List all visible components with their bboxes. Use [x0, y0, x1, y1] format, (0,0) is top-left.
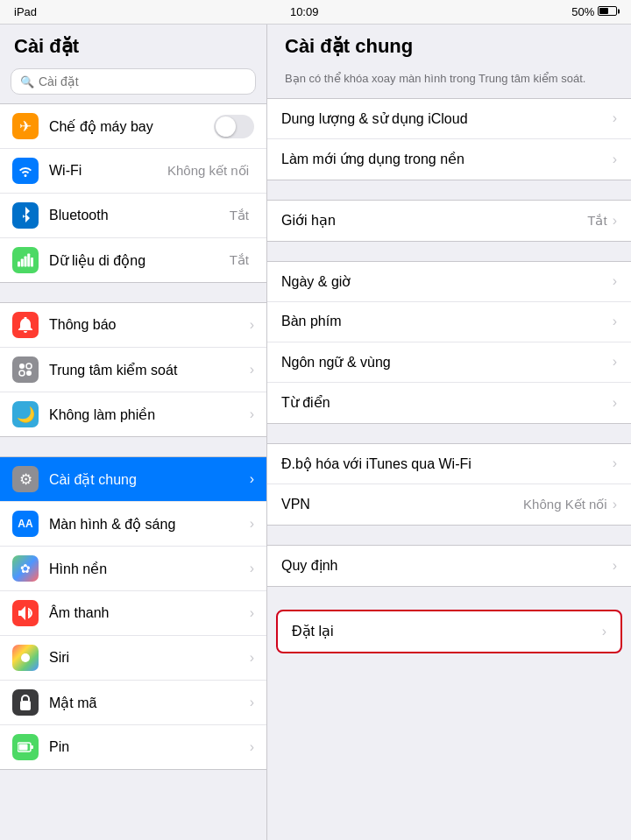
chevron-icon: ›	[250, 605, 254, 621]
siri-icon	[12, 645, 39, 671]
sidebar-section-3: ⚙ Cài đặt chung › AA Màn hình & độ sáng …	[0, 456, 266, 770]
sidebar-item-label: Không làm phiền	[49, 406, 246, 423]
status-time: 10:09	[290, 5, 319, 18]
dat-lai-container: Đặt lại ›	[276, 610, 622, 653]
chevron-icon: ›	[613, 395, 617, 411]
bluetooth-icon	[12, 202, 39, 229]
passcode-icon	[12, 689, 39, 716]
sidebar-item-passcode[interactable]: Mật mã ›	[0, 681, 266, 725]
status-bar: iPad 10:09 50%	[0, 0, 631, 25]
chevron-icon: ›	[250, 406, 254, 422]
sidebar-item-label: Hình nền	[49, 561, 246, 577]
settings-item-icloud-storage[interactable]: Dung lượng & sử dụng iCloud ›	[267, 99, 631, 139]
settings-item-label: Đ.bộ hóa với iTunes qua Wi-Fi	[281, 455, 613, 472]
sidebar-section-2: Thông báo › Trung tâm kiểm soát › 🌙 Khôn…	[0, 302, 266, 437]
settings-item-label: Bàn phím	[281, 314, 613, 329]
status-battery: 50%	[571, 5, 617, 18]
svg-point-7	[19, 371, 25, 376]
sidebar-item-general[interactable]: ⚙ Cài đặt chung ›	[0, 457, 266, 502]
settings-group-5: Quy định ›	[267, 545, 631, 587]
settings-item-label: Ngôn ngữ & vùng	[281, 354, 613, 371]
dnd-icon: 🌙	[12, 401, 39, 427]
settings-item-background-refresh[interactable]: Làm mới ứng dụng trong nền ›	[267, 139, 631, 180]
chevron-icon: ›	[250, 695, 254, 710]
sidebar-item-label: Bluetooth	[49, 208, 230, 223]
airplane-icon: ✈	[12, 113, 39, 139]
search-bar[interactable]: 🔍	[11, 68, 256, 95]
svg-point-11	[25, 704, 27, 707]
sidebar-item-bluetooth[interactable]: Bluetooth Tắt	[0, 194, 266, 238]
chevron-icon: ›	[613, 314, 617, 329]
settings-item-reset[interactable]: Đặt lại ›	[278, 611, 620, 652]
chevron-icon: ›	[613, 213, 617, 229]
bluetooth-status: Tắt	[230, 208, 249, 223]
sidebar-item-wallpaper[interactable]: ✿ Hình nền ›	[0, 547, 266, 591]
status-device: iPad	[14, 5, 37, 18]
sidebar-item-cellular[interactable]: Dữ liệu di động Tắt	[0, 238, 266, 282]
sidebar-item-label: Chế độ máy bay	[49, 118, 207, 135]
right-panel: Cài đặt chung Bạn có thể khóa xoay màn h…	[267, 25, 631, 840]
settings-group-1: Dung lượng & sử dụng iCloud › Làm mới ứn…	[267, 98, 631, 180]
settings-group-3: Ngày & giờ › Bàn phím › Ngôn ngữ & vùng …	[267, 261, 631, 424]
sidebar-item-airplane[interactable]: ✈ Chế độ máy bay	[0, 104, 266, 149]
cellular-status: Tắt	[230, 252, 249, 268]
airplane-toggle[interactable]	[214, 115, 254, 138]
restrictions-value: Tắt	[587, 213, 606, 229]
chevron-icon: ›	[250, 561, 254, 576]
settings-item-label: Từ điển	[281, 394, 613, 411]
svg-rect-14	[19, 745, 28, 751]
svg-point-9	[21, 653, 30, 662]
sidebar-item-notifications[interactable]: Thông báo ›	[0, 303, 266, 348]
sidebar-item-battery[interactable]: Pin ›	[0, 725, 266, 769]
cellular-icon	[12, 247, 39, 273]
settings-item-itunes-sync[interactable]: Đ.bộ hóa với iTunes qua Wi-Fi ›	[267, 444, 631, 484]
search-input[interactable]	[39, 74, 246, 88]
sidebar-title: Cài đặt	[0, 25, 266, 65]
general-icon: ⚙	[12, 466, 39, 492]
settings-item-datetime[interactable]: Ngày & giờ ›	[267, 262, 631, 302]
settings-item-language[interactable]: Ngôn ngữ & vùng ›	[267, 342, 631, 383]
settings-group-4: Đ.bộ hóa với iTunes qua Wi-Fi › VPN Khôn…	[267, 443, 631, 526]
sidebar-item-label: Màn hình & độ sáng	[49, 516, 246, 533]
chevron-icon: ›	[613, 152, 617, 167]
svg-rect-4	[31, 258, 33, 267]
chevron-icon: ›	[613, 354, 617, 370]
sidebar-item-label: Dữ liệu di động	[49, 252, 230, 269]
main-content: Cài đặt 🔍 ✈ Chế độ máy bay Wi-Fi Không k…	[0, 25, 631, 840]
svg-rect-0	[18, 262, 20, 267]
sidebar-item-label: Pin	[49, 739, 246, 755]
chevron-icon: ›	[602, 624, 606, 639]
settings-item-regulations[interactable]: Quy định ›	[267, 546, 631, 586]
wifi-status: Không kết nối	[167, 163, 249, 179]
chevron-icon: ›	[250, 471, 254, 487]
settings-item-keyboard[interactable]: Bàn phím ›	[267, 302, 631, 342]
svg-point-5	[19, 364, 25, 369]
sidebar-item-dnd[interactable]: 🌙 Không làm phiền ›	[0, 392, 266, 436]
sounds-icon	[12, 600, 39, 626]
sidebar-item-wifi[interactable]: Wi-Fi Không kết nối	[0, 149, 266, 194]
chevron-icon: ›	[250, 739, 254, 755]
svg-rect-2	[25, 257, 27, 267]
wallpaper-icon: ✿	[12, 555, 39, 582]
wifi-icon	[12, 158, 39, 184]
notifications-icon	[12, 312, 39, 338]
settings-item-vpn[interactable]: VPN Không Kết nối ›	[267, 484, 631, 525]
settings-item-label: Quy định	[281, 557, 613, 574]
sidebar-item-controlcenter[interactable]: Trung tâm kiểm soát ›	[0, 348, 266, 392]
controlcenter-icon	[12, 356, 39, 383]
svg-point-8	[26, 371, 32, 376]
svg-rect-13	[31, 745, 33, 749]
svg-rect-3	[27, 254, 30, 267]
settings-item-restrictions[interactable]: Giới hạn Tắt ›	[267, 201, 631, 241]
search-icon: 🔍	[20, 75, 34, 88]
settings-item-dictionary[interactable]: Từ điển ›	[267, 383, 631, 423]
sidebar-item-label: Cài đặt chung	[49, 471, 246, 488]
sidebar-item-display[interactable]: AA Màn hình & độ sáng ›	[0, 502, 266, 547]
sidebar-item-sounds[interactable]: Âm thanh ›	[0, 591, 266, 636]
svg-point-6	[26, 364, 32, 369]
sidebar-item-label: Thông báo	[49, 317, 246, 333]
sidebar-item-siri[interactable]: Siri ›	[0, 636, 266, 681]
display-icon: AA	[12, 511, 39, 537]
right-panel-title: Cài đặt chung	[267, 25, 631, 65]
sidebar-item-label: Âm thanh	[49, 605, 246, 621]
